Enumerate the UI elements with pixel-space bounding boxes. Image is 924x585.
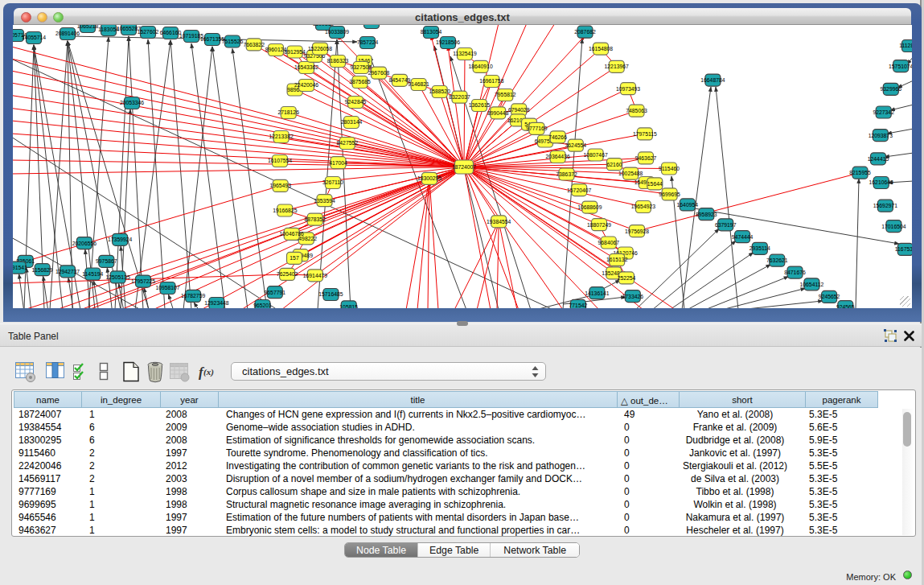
svg-text:1167533: 1167533	[895, 246, 912, 252]
svg-text:1244415: 1244415	[868, 156, 889, 162]
svg-text:16107554: 16107554	[268, 158, 292, 163]
svg-text:12213382: 12213382	[269, 134, 293, 139]
svg-text:1527602: 1527602	[138, 29, 159, 35]
svg-text:157: 157	[290, 255, 299, 261]
svg-text:16033809: 16033809	[325, 29, 349, 35]
svg-text:9146821: 9146821	[408, 81, 429, 87]
svg-text:924565: 924565	[836, 304, 855, 308]
svg-text:9329966: 9329966	[881, 86, 902, 92]
svg-text:746266: 746266	[548, 134, 567, 140]
svg-text:20891406: 20891406	[55, 31, 80, 36]
svg-text:12213967: 12213967	[605, 64, 629, 69]
svg-text:7955812: 7955812	[495, 92, 516, 97]
svg-text:16782759: 16782759	[181, 293, 205, 299]
svg-text:417004: 417004	[329, 160, 347, 166]
svg-text:9242845: 9242845	[345, 99, 367, 105]
svg-text:8912954: 8912954	[284, 49, 306, 55]
svg-text:17359924: 17359924	[108, 237, 132, 242]
svg-text:1362615: 1362615	[469, 102, 491, 108]
svg-text:8990448: 8990448	[487, 110, 509, 116]
svg-text:10654112: 10654112	[800, 282, 824, 287]
svg-text:2967608: 2967608	[368, 70, 390, 76]
svg-text:10807467: 10807467	[583, 152, 607, 158]
svg-text:8186323: 8186323	[327, 58, 349, 64]
svg-text:1145194: 1145194	[82, 271, 103, 277]
svg-text:3875685: 3875685	[349, 79, 371, 84]
svg-text:8322037: 8322037	[449, 94, 470, 100]
svg-text:12505135: 12505135	[105, 274, 129, 280]
svg-text:16914479: 16914479	[303, 273, 327, 278]
svg-text:9463627: 9463627	[635, 155, 657, 161]
svg-text:771542: 771542	[569, 303, 588, 308]
svg-text:16671355: 16671355	[200, 36, 224, 42]
svg-text:15751074: 15751074	[889, 64, 912, 69]
svg-text:8958923: 8958923	[696, 212, 717, 217]
svg-text:10688609: 10688609	[577, 204, 602, 210]
svg-text:1353594: 1353594	[314, 198, 335, 204]
svg-text:19166825: 19166825	[273, 208, 297, 213]
svg-text:10046786: 10046786	[280, 231, 304, 237]
svg-text:20364436: 20364436	[545, 154, 569, 159]
svg-text:17016504: 17016504	[881, 224, 906, 229]
svg-text:9115460: 9115460	[659, 166, 680, 171]
svg-text:9474444: 9474444	[732, 234, 754, 240]
svg-text:22420046: 22420046	[294, 82, 318, 88]
svg-text:12942737: 12942737	[55, 269, 80, 274]
svg-text:8427552: 8427552	[337, 140, 359, 146]
svg-text:14136141: 14136141	[585, 290, 609, 296]
svg-text:6379197: 6379197	[715, 222, 737, 228]
svg-text:15716485: 15716485	[318, 291, 343, 297]
svg-text:62160: 62160	[607, 162, 622, 167]
svg-text:6466160: 6466160	[160, 30, 182, 35]
svg-text:8813054: 8813054	[421, 29, 442, 35]
svg-text:20053346: 20053346	[120, 100, 144, 105]
svg-text:1615132: 1615132	[606, 257, 628, 262]
svg-text:8878352: 8878352	[304, 216, 326, 222]
svg-text:965201: 965201	[253, 303, 272, 308]
svg-text:12923448: 12923448	[204, 300, 228, 306]
svg-text:17975115: 17975115	[633, 131, 657, 137]
svg-text:7515526: 7515526	[222, 39, 244, 44]
svg-text:20206556: 20206556	[72, 241, 97, 246]
svg-text:9227342: 9227342	[873, 109, 894, 115]
svg-text:8471676: 8471676	[784, 270, 806, 275]
svg-text:16154808: 16154808	[589, 46, 613, 51]
svg-text:19654923: 19654923	[631, 204, 655, 209]
svg-text:9684067: 9684067	[598, 240, 620, 245]
svg-text:1588520: 1588520	[429, 89, 450, 94]
svg-text:7485063: 7485063	[626, 108, 647, 113]
svg-text:9975867: 9975867	[96, 258, 117, 264]
svg-text:2718126: 2718126	[277, 109, 299, 115]
svg-text:10025488: 10025488	[618, 171, 643, 176]
svg-text:1065218: 1065218	[77, 25, 99, 29]
svg-text:15226058: 15226058	[308, 46, 332, 51]
svg-text:10973493: 10973493	[616, 86, 640, 92]
svg-text:18807249: 18807249	[587, 222, 611, 228]
svg-text:7857224: 7857224	[357, 39, 379, 45]
svg-text:7632621: 7632621	[766, 257, 788, 263]
svg-text:8960124: 8960124	[265, 47, 287, 52]
svg-text:1640954: 1640954	[677, 202, 699, 208]
svg-text:105815: 105815	[339, 304, 358, 308]
svg-text:16210643: 16210643	[869, 179, 893, 185]
svg-text:2803144: 2803144	[341, 119, 363, 125]
svg-text:18724007: 18724007	[452, 164, 476, 170]
svg-text:16648784: 16648784	[700, 77, 725, 83]
svg-text:9657791: 9657791	[265, 290, 286, 295]
svg-text:1733426: 1733426	[622, 294, 644, 299]
svg-text:11325419: 11325419	[453, 51, 477, 56]
svg-text:(x): (x)	[203, 367, 214, 377]
svg-text:14055714: 14055714	[22, 35, 46, 40]
svg-text:8215955: 8215955	[849, 170, 871, 175]
svg-text:3267110: 3267110	[322, 179, 343, 185]
svg-text:9245652: 9245652	[819, 294, 840, 299]
svg-text:17957225: 17957225	[131, 278, 155, 284]
svg-text:7663822: 7663822	[243, 42, 265, 47]
svg-text:19756928: 19756928	[625, 229, 649, 234]
svg-text:18640910: 18640910	[468, 64, 492, 69]
svg-text:9777169: 9777169	[526, 126, 548, 131]
svg-text:1112864: 1112864	[899, 43, 912, 48]
svg-text:1965493: 1965493	[269, 183, 291, 188]
svg-text:19218506: 19218506	[436, 39, 460, 45]
svg-text:3624554: 3624554	[565, 142, 587, 148]
